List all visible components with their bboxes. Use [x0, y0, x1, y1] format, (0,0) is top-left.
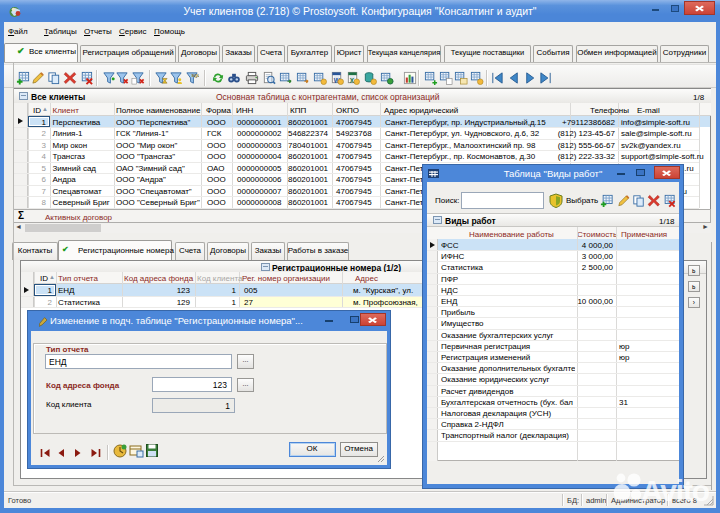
svg-text:SQL: SQL — [192, 72, 199, 77]
svg-text:Avito: Avito — [641, 474, 710, 506]
